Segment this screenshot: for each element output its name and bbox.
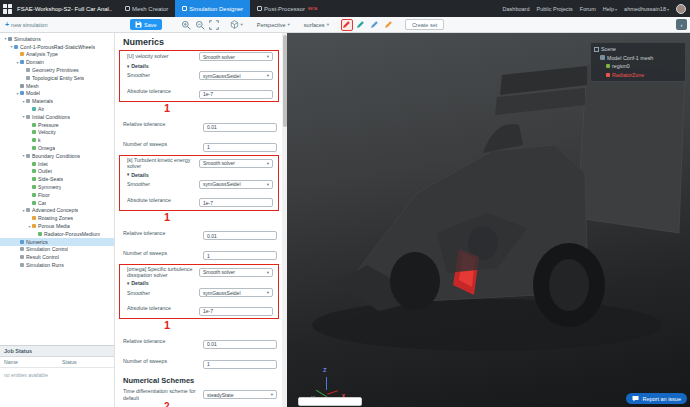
job-status-col-name: Name xyxy=(4,359,62,365)
annotation-box: [k] Turbulent kinetic energy solverSmoot… xyxy=(119,155,279,211)
chevron-down-icon: ▾ xyxy=(271,392,273,397)
car-model-render xyxy=(287,33,690,407)
solver-type-select[interactable]: Smooth solver▾ xyxy=(199,159,273,168)
numerics-icon xyxy=(20,240,24,244)
tree-item-rotating-zones[interactable]: Rotating Zones xyxy=(0,214,114,222)
initial-condition-icon xyxy=(32,138,36,142)
annotation-number: 1 xyxy=(116,212,282,223)
scene-item-region0[interactable]: region0 xyxy=(594,62,682,71)
time-differentiation-scheme-for-default-select[interactable]: steadyState▾ xyxy=(203,390,277,399)
tree-item-simulation-runs[interactable]: Simulation Runs xyxy=(0,261,114,269)
box-select-tool-icon[interactable] xyxy=(369,19,381,31)
scene-root[interactable]: Scene xyxy=(594,45,682,54)
view-orientation-dropdown[interactable]: ▾ xyxy=(226,20,247,29)
tree-item-simulations[interactable]: ▾Simulations xyxy=(0,35,114,43)
chevron-down-icon: ▾ xyxy=(267,270,269,275)
help-menu[interactable]: Help▾ xyxy=(603,6,617,12)
tree-item-porous-media[interactable]: ▾Porous Media xyxy=(0,222,114,230)
chevron-down-icon: ▾ xyxy=(127,281,129,286)
tree-item-omega[interactable]: Omega xyxy=(0,144,114,152)
pick-volume-tool-icon[interactable] xyxy=(355,19,367,31)
tree-item-pressure[interactable]: Pressure xyxy=(0,121,114,129)
details-toggle[interactable]: ▾Details xyxy=(120,62,278,70)
relative-tolerance-input[interactable] xyxy=(203,123,277,132)
tree-item-initial-conditions[interactable]: ▾Initial Conditions xyxy=(0,113,114,121)
number-of-sweeps-input[interactable] xyxy=(203,360,277,369)
tree-item-advanced-concepts[interactable]: ▾Advanced Concepts xyxy=(0,207,114,215)
tree-item-model[interactable]: ▾Model xyxy=(0,90,114,98)
simulation-icon xyxy=(14,45,18,49)
deselect-tool-icon[interactable] xyxy=(383,19,395,31)
tree-item-result-control[interactable]: Result Control xyxy=(0,253,114,261)
tree-item-topological-entity-sets[interactable]: Topological Entity Sets xyxy=(0,74,114,82)
tab-post-processor[interactable]: Post-ProcessorBETA xyxy=(250,0,324,17)
pick-face-tool-icon[interactable] xyxy=(341,19,353,31)
new-simulation-button[interactable]: + new simulation xyxy=(0,21,114,28)
absolute-tolerance-input[interactable] xyxy=(199,307,273,316)
plus-icon: + xyxy=(5,21,9,28)
user-menu[interactable]: ahmedhussain18▾ xyxy=(624,6,669,12)
relative-tolerance-input[interactable] xyxy=(203,340,277,349)
solver-type-select[interactable]: Smooth solver▾ xyxy=(199,52,273,61)
projection-dropdown[interactable]: Perspective ▾ xyxy=(253,22,294,28)
tree-item-geometry-primitives[interactable]: Geometry Primitives xyxy=(0,66,114,74)
field-label: Smoother xyxy=(127,72,199,78)
tree-item-radiator-porousmedium[interactable]: Radiator-PorousMedium xyxy=(0,230,114,238)
tab-simulation-designer[interactable]: Simulation Designer xyxy=(175,0,250,17)
annotation-box: [omega] Specific turbulence dissipation … xyxy=(119,264,279,320)
save-button[interactable]: Save xyxy=(130,19,162,30)
smoother-select[interactable]: symGaussSeidel▾ xyxy=(199,71,273,80)
tree-item-simulation-control[interactable]: Simulation Control xyxy=(0,246,114,254)
scene-item-radiatorzone[interactable]: RadiatorZone xyxy=(594,71,682,80)
tree-item-k[interactable]: k xyxy=(0,136,114,144)
tree-item-analysis-type[interactable]: Analysis Type xyxy=(0,51,114,59)
viewport-3d[interactable]: Scene Model Conf-1 mesh region0RadiatorZ… xyxy=(287,33,690,407)
toplink-forum[interactable]: Forum xyxy=(580,6,596,12)
tree-item-materials[interactable]: ▾Materials xyxy=(0,97,114,105)
scene-mesh-item[interactable]: Model Conf-1 mesh xyxy=(594,54,682,63)
field-label: Time differentiation scheme for default xyxy=(123,388,203,401)
absolute-tolerance-input[interactable] xyxy=(199,90,273,99)
tree-item-mesh[interactable]: Mesh xyxy=(0,82,114,90)
zoom-in-icon[interactable] xyxy=(180,19,192,31)
toplink-public-projects[interactable]: Public Projects xyxy=(536,6,572,12)
tree-item-symmetry[interactable]: Symmetry xyxy=(0,183,114,191)
scrollbar-thumb[interactable] xyxy=(283,35,287,127)
tree-item-outlet[interactable]: Outlet xyxy=(0,168,114,176)
tree-item-air[interactable]: Air xyxy=(0,105,114,113)
tree-item-velocity[interactable]: Velocity xyxy=(0,129,114,137)
render-mode-dropdown[interactable]: surfaces ▾ xyxy=(300,22,333,28)
solver-type-select[interactable]: Smooth solver▾ xyxy=(199,268,273,277)
number-of-sweeps-input[interactable] xyxy=(203,251,277,260)
tab-label: Simulation Designer xyxy=(189,6,243,12)
window-icon xyxy=(257,6,262,11)
details-toggle[interactable]: ▾Details xyxy=(120,279,278,287)
collapse-panel-icon[interactable]: ‹ xyxy=(676,19,687,30)
tree-item-floor[interactable]: Floor xyxy=(0,191,114,199)
absolute-tolerance-input[interactable] xyxy=(199,198,273,207)
chat-bubble-icon xyxy=(632,395,639,402)
create-set-button[interactable]: Create set xyxy=(405,19,444,30)
number-of-sweeps-input[interactable] xyxy=(203,143,277,152)
tab-mesh-creator[interactable]: Mesh Creator xyxy=(118,0,175,17)
fit-view-icon[interactable] xyxy=(208,19,220,31)
details-toggle[interactable]: ▾Details xyxy=(120,171,278,179)
tree-item-domain[interactable]: ▾Domain xyxy=(0,58,114,66)
scene-icon xyxy=(594,47,599,52)
toplink-dashboard[interactable]: Dashboard xyxy=(503,6,530,12)
relative-tolerance-input[interactable] xyxy=(203,231,277,240)
report-issue-button[interactable]: Report an issue xyxy=(626,393,687,404)
smoother-select[interactable]: symGaussSeidel▾ xyxy=(199,288,273,297)
tree-item-inlet[interactable]: Inlet xyxy=(0,160,114,168)
viewport-filter-input[interactable] xyxy=(298,397,362,406)
zoom-out-icon[interactable] xyxy=(194,19,206,31)
initial-condition-icon xyxy=(32,130,36,134)
avatar[interactable] xyxy=(676,4,686,14)
smoother-select[interactable]: symGaussSeidel▾ xyxy=(199,180,273,189)
simscale-logo-icon[interactable] xyxy=(3,4,13,14)
tree-item-conf-1-porousrad-staticwheels[interactable]: ▾Conf-1-PorousRad-StaticWheels xyxy=(0,43,114,51)
tree-item-car[interactable]: Car xyxy=(0,199,114,207)
tree-item-numerics[interactable]: Numerics xyxy=(0,238,114,246)
tree-item-side-seats[interactable]: Side-Seats xyxy=(0,175,114,183)
tree-item-boundary-conditions[interactable]: ▾Boundary Conditions xyxy=(0,152,114,160)
